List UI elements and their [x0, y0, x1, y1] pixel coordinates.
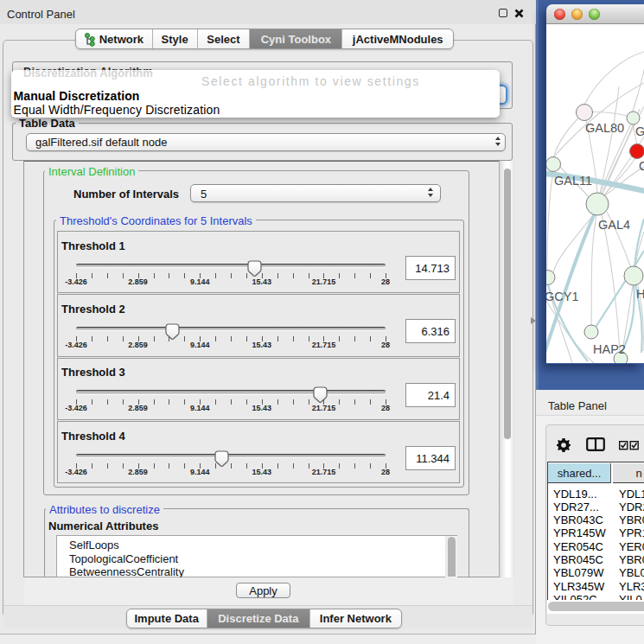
svg-text:H: H [636, 287, 644, 301]
svg-text:GAL: GAL [635, 124, 644, 138]
svg-text:HAP2: HAP2 [593, 342, 626, 356]
svg-text:GAL4: GAL4 [598, 218, 630, 232]
svg-text:GAL80: GAL80 [585, 121, 624, 135]
svg-text:GAL11: GAL11 [554, 174, 592, 188]
svg-text:C: C [639, 159, 644, 173]
svg-text:GCY1: GCY1 [546, 290, 579, 303]
